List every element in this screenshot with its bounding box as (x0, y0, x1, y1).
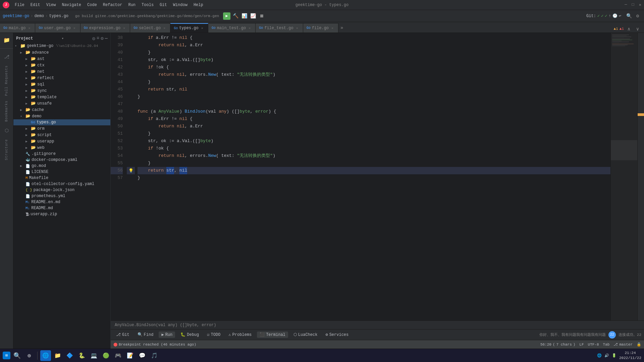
taskbar-app-8[interactable]: 📝 (125, 350, 136, 361)
tab-main-test-go[interactable]: Go main_test.go ✕ (208, 23, 256, 33)
menu-tools[interactable]: Tools (139, 2, 156, 8)
tree-item-ast[interactable]: ▶ 📂 ast (13, 56, 110, 62)
tab-close-expression[interactable]: ✕ (122, 26, 126, 31)
stop-button[interactable]: ⏹ (258, 12, 265, 20)
tree-item-advance[interactable]: ▶ 📂 advance (13, 49, 110, 56)
bottom-find-btn[interactable]: 🔍 Find (135, 331, 156, 338)
git-branch[interactable]: ⎇ master (613, 342, 633, 347)
menu-run[interactable]: Run (125, 2, 138, 8)
taskbar-app-4[interactable]: 🐍 (76, 350, 87, 361)
scroll-down[interactable]: ∨ (634, 25, 641, 33)
tab-close-main-go[interactable]: ✕ (27, 26, 32, 31)
menu-navigate[interactable]: Navigate (59, 2, 84, 8)
tree-item-go-mod[interactable]: ▶ 📄 go.mod (13, 163, 110, 169)
tree-item-package-lock[interactable]: ▶ { } package-lock.json (13, 187, 110, 193)
tree-item-web[interactable]: ▶ 📂 web (13, 144, 110, 151)
taskbar-datetime[interactable]: 21:24 2022/11/22 (619, 351, 641, 360)
taskbar-app-7[interactable]: 🎮 (113, 350, 123, 361)
tree-item-cache[interactable]: ▶ 📂 cache (13, 107, 110, 113)
sidebar-icon-commit[interactable]: ⎇ (1, 51, 13, 63)
tree-expand-icon[interactable]: — (105, 36, 108, 41)
taskbar-app-1[interactable]: 🌐 (40, 350, 51, 361)
tree-item-orm[interactable]: ▶ 📂 orm (13, 125, 110, 132)
taskbar-app-9[interactable]: 💬 (137, 350, 148, 361)
taskbar-task-view[interactable]: ⊕ (24, 350, 35, 361)
tree-item-net[interactable]: ▶ 📂 net (13, 68, 110, 75)
menu-help[interactable]: Help (191, 2, 206, 8)
bottom-problems-btn[interactable]: ⚠ Problems (226, 331, 254, 338)
bottom-luacheck-btn[interactable]: ⬡ LuaCheck (291, 331, 320, 338)
tree-item-userapp[interactable]: ▶ 📂 userapp (13, 138, 110, 144)
tab-close-types[interactable]: ✕ (200, 26, 205, 31)
tree-collapse-icon[interactable]: ≡ (97, 36, 99, 41)
breadcrumb-root[interactable]: geektime-go (3, 14, 29, 18)
code-editor[interactable]: if a.Err != nil { return nil, a.Err } st… (135, 33, 610, 320)
cursor-position[interactable]: 56:20 (7 chars) (540, 343, 575, 347)
tree-locate-icon[interactable]: ◎ (92, 36, 95, 41)
bottom-debug-btn[interactable]: 🐛 Debug (178, 331, 202, 338)
sidebar-icon-debug[interactable]: ⬡ (1, 124, 13, 136)
git-revert-icon[interactable]: ↩ (619, 13, 621, 18)
tree-item-types-go[interactable]: ▶ Go types.go (13, 119, 110, 125)
coverage-button[interactable]: 📊 (240, 12, 248, 20)
tab-user-gen-go[interactable]: Go user.gen.go ✕ (35, 23, 80, 33)
window-minimize[interactable]: — (625, 2, 627, 7)
tree-item-prometheus[interactable]: ▶ 📄 prometheus.yml (13, 193, 110, 199)
breadcrumb-file[interactable]: types.go (49, 14, 68, 18)
tab-close-file[interactable]: ✕ (330, 26, 335, 31)
tree-item-template[interactable]: ▶ 📂 template (13, 94, 110, 100)
menu-edit[interactable]: Edit (28, 2, 43, 8)
lightbulb-icon[interactable]: 💡 (128, 168, 133, 173)
taskbar-app-3[interactable]: 🔷 (64, 350, 75, 361)
taskbar-app-5[interactable]: 💻 (89, 350, 99, 361)
tree-item-makefile[interactable]: ▶ M Makefile (13, 175, 110, 181)
tree-item-unsafe[interactable]: ▶ 📂 unsafe (13, 100, 110, 107)
tree-item-sql[interactable]: ▶ 📂 sql (13, 81, 110, 87)
taskbar-start[interactable]: ⊞ (3, 352, 10, 359)
tab-types-go[interactable]: Go types.go ✕ (170, 23, 208, 33)
breakpoint-status[interactable]: ⬤ Breakpoint reached (46 minutes ago) (113, 342, 196, 347)
tab-close-file-test[interactable]: ✕ (295, 26, 300, 31)
tab-more[interactable]: » (338, 23, 345, 33)
bottom-todo-btn[interactable]: ☑ TODO (204, 331, 223, 338)
indent[interactable]: Tab (603, 343, 610, 347)
tree-item-otel[interactable]: ▶ 📄 otel-collector-config.yaml (13, 181, 110, 187)
menu-refactor[interactable]: Refactor (100, 2, 125, 8)
tab-close-main-test[interactable]: ✕ (247, 26, 252, 31)
bottom-run-btn[interactable]: ▶ Run (159, 331, 175, 338)
window-maximize[interactable]: □ (632, 2, 634, 7)
notification-bubble[interactable]: 22 (608, 331, 616, 339)
tree-item-docker[interactable]: ▶ 🐳 docker-compose.yaml (13, 157, 110, 163)
menu-window[interactable]: Window (170, 2, 190, 8)
taskbar-app-2[interactable]: 📁 (52, 350, 63, 361)
tree-settings-icon[interactable]: ⚙ (101, 36, 103, 41)
bottom-git-btn[interactable]: ⎇ Git (113, 331, 132, 338)
tree-item-demo[interactable]: ▾ 📂 demo (13, 113, 110, 119)
sidebar-structure[interactable]: Structure (1, 137, 13, 162)
run-config-label[interactable]: go build gitee.com/geektime-geekbang/gee… (75, 14, 219, 18)
git-history-icon[interactable]: 🕐 (612, 13, 618, 18)
tree-item-userapp-zip[interactable]: ▶ 🗜 userapp.zip (13, 211, 110, 217)
sidebar-bookmarks[interactable]: Bookmarks (1, 99, 13, 124)
menu-view[interactable]: View (44, 2, 59, 8)
tree-item-license[interactable]: ▶ 📄 LICENSE (13, 169, 110, 175)
bottom-services-btn[interactable]: ⚙ Services (323, 331, 351, 338)
tree-item-ctx[interactable]: ▶ 📂 ctx (13, 62, 110, 68)
git-push-icon[interactable]: ↑ (609, 14, 611, 18)
tree-item-readme-en[interactable]: ▶ M↓ README.en.md (13, 199, 110, 205)
tab-close-select[interactable]: ✕ (162, 26, 167, 31)
menu-file[interactable]: File (12, 2, 27, 8)
settings-button[interactable]: ⚙ (634, 12, 641, 20)
line-ending[interactable]: LF (579, 343, 584, 347)
taskbar-search[interactable]: 🔍 (12, 350, 22, 361)
tab-file-test-go[interactable]: Go file_test.go ✕ (256, 23, 303, 33)
sidebar-icon-project[interactable]: 📁 (1, 34, 13, 46)
tab-select-go[interactable]: Go select.go ✕ (130, 23, 170, 33)
profile-button[interactable]: 📈 (249, 12, 257, 20)
taskbar-app-6[interactable]: 🟢 (101, 350, 111, 361)
menu-git[interactable]: Git (157, 2, 170, 8)
build-button[interactable]: 🔨 (232, 12, 239, 20)
search-button[interactable]: 🔍 (625, 12, 633, 20)
tree-item-sync[interactable]: ▶ 📂 sync (13, 87, 110, 94)
tree-item-readme[interactable]: ▶ M↓ README.md (13, 205, 110, 211)
